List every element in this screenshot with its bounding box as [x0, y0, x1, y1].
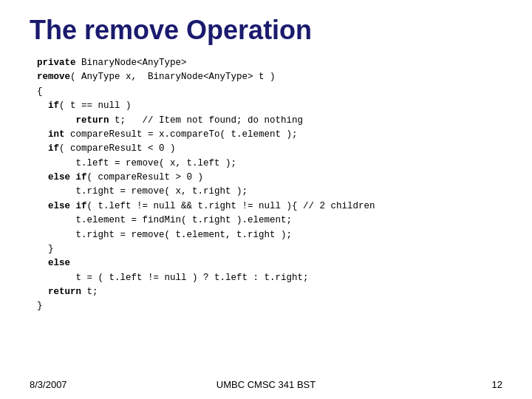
code-line-13: t.right = remove( t.element, t.right );: [37, 228, 502, 242]
code-line-15: else: [37, 256, 502, 270]
code-line-1: private BinaryNode<AnyType>: [37, 56, 502, 70]
code-line-12: t.element = findMin( t.right ).element;: [37, 214, 502, 228]
code-line-11: else if( t.left != null && t.right != nu…: [37, 200, 502, 214]
code-line-18: }: [37, 299, 502, 313]
code-block: private BinaryNode<AnyType> remove( AnyT…: [30, 56, 502, 314]
code-line-5: return t; // Item not found; do nothing: [37, 114, 502, 128]
slide-title: The remove Operation: [30, 15, 502, 46]
slide: The remove Operation private BinaryNode<…: [0, 0, 532, 399]
code-line-7: if( compareResult < 0 ): [37, 142, 502, 156]
code-line-16: t = ( t.left != null ) ? t.left : t.righ…: [37, 271, 502, 285]
code-line-9: else if( compareResult > 0 ): [37, 171, 502, 185]
code-line-14: }: [37, 242, 502, 256]
footer-date: 8/3/2007: [30, 379, 67, 390]
code-line-2: remove( AnyType x, BinaryNode<AnyType> t…: [37, 70, 502, 84]
code-line-10: t.right = remove( x, t.right );: [37, 185, 502, 199]
code-line-3: {: [37, 85, 502, 99]
footer-page: 12: [492, 379, 502, 390]
code-line-4: if( t == null ): [37, 99, 502, 113]
footer-title: UMBC CMSC 341 BST: [216, 379, 316, 390]
code-line-17: return t;: [37, 285, 502, 299]
code-line-8: t.left = remove( x, t.left );: [37, 157, 502, 171]
code-line-6: int compareResult = x.compareTo( t.eleme…: [37, 128, 502, 142]
